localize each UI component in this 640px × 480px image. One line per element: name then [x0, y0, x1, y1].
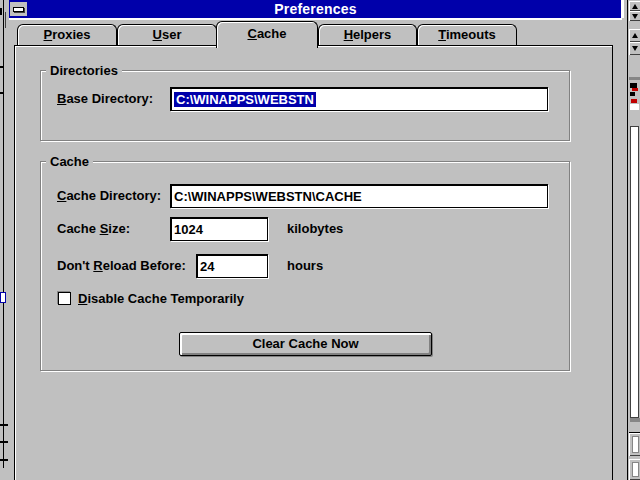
triangle-down-icon [632, 14, 638, 19]
cache-size-input[interactable]: 1024 [170, 217, 268, 241]
scrollbar-button[interactable] [629, 459, 640, 480]
dont-reload-unit: hours [287, 259, 323, 273]
cache-size-label: Cache Size: [57, 222, 130, 236]
scrollbar-button[interactable] [629, 432, 640, 456]
base-directory-input[interactable]: C:\WINAPPS\WEBSTN [170, 87, 548, 111]
background-window-edge [3, 303, 4, 468]
background-content-fragment [630, 92, 635, 96]
background-content-fragment [632, 88, 638, 91]
cache-directory-input[interactable]: C:\WINAPPS\WEBSTN\CACHE [170, 184, 548, 208]
screen: Preferences Proxies User Cache Helpers T… [0, 0, 640, 480]
triangle-down-icon [632, 46, 638, 51]
selected-text: C:\WINAPPS\WEBSTN [174, 92, 316, 107]
button-face [632, 436, 639, 452]
background-content-fragment [630, 104, 639, 110]
tab-helpers[interactable]: Helpers [318, 24, 417, 45]
scrollbar-shadow [630, 418, 640, 422]
disable-cache-checkbox[interactable] [58, 292, 71, 305]
spin-down-button[interactable] [629, 42, 640, 55]
button-face [632, 462, 639, 477]
base-directory-label: Base Directory: [57, 92, 153, 106]
background-window-edge [3, 0, 4, 292]
window-title: Preferences [9, 1, 622, 18]
disable-cache-label[interactable]: Disable Cache Temporarily [78, 292, 244, 306]
cache-group-title: Cache [46, 154, 93, 169]
directories-group-title: Directories [46, 63, 122, 78]
background-window-fragment [0, 292, 6, 303]
scrollbar-track[interactable] [630, 126, 639, 418]
spin-down-button[interactable] [629, 11, 640, 21]
tab-proxies[interactable]: Proxies [17, 24, 117, 45]
background-window-edge [5, 12, 6, 28]
background-window-tick [0, 92, 4, 94]
triangle-up-icon [632, 4, 638, 9]
spin-up-button[interactable] [629, 1, 640, 11]
background-window-tick [0, 66, 4, 68]
clear-cache-now-button[interactable]: Clear Cache Now [179, 332, 432, 356]
dont-reload-label: Don't Reload Before: [57, 259, 186, 273]
cache-directory-label: Cache Directory: [57, 189, 161, 203]
dont-reload-input[interactable]: 24 [196, 254, 268, 278]
background-content-fragment [631, 99, 637, 103]
system-menu-dash-icon [13, 7, 24, 12]
background-window-notch [0, 8, 2, 15]
title-bar-edge [9, 18, 622, 20]
background-content-fragment [629, 77, 640, 80]
tab-user[interactable]: User [117, 24, 217, 45]
tab-timeouts[interactable]: Timeouts [417, 24, 517, 45]
background-window-scrollbar [627, 0, 640, 480]
spin-up-button[interactable] [629, 29, 640, 42]
triangle-up-icon [632, 33, 638, 38]
cache-size-unit: kilobytes [287, 222, 343, 236]
tab-cache[interactable]: Cache [216, 21, 318, 48]
system-menu-button[interactable] [10, 2, 27, 16]
